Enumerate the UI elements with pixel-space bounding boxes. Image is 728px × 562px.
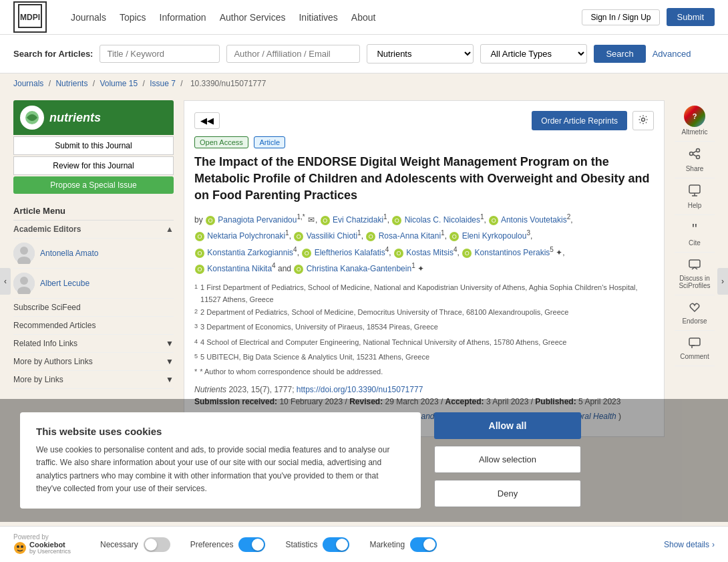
settings-button[interactable]	[632, 111, 654, 130]
orcid-icon-8: O	[449, 232, 459, 241]
author-link-8[interactable]: Eleni Kyrkopoulou	[462, 231, 527, 241]
search-journal-select[interactable]: Nutrients	[367, 44, 474, 63]
nav-journals[interactable]: Journals	[71, 12, 106, 23]
comment-button[interactable]: Comment	[675, 331, 715, 366]
advanced-search-link[interactable]: Advanced	[653, 49, 691, 59]
nav-author-services[interactable]: Author Services	[220, 12, 286, 23]
nav-initiatives[interactable]: Initiatives	[299, 12, 337, 23]
author-link-9[interactable]: Konstantia Zarkogiannis	[207, 248, 293, 257]
review-journal-button[interactable]: Review for this Journal	[13, 156, 174, 175]
affiliations: 1 1 First Department of Pediatrics, Scho…	[194, 282, 654, 378]
author-link-7[interactable]: Rosa-Anna Kitani	[379, 231, 441, 241]
author-link-6[interactable]: Vassiliki Chioti	[307, 231, 357, 241]
aff-text-star: * Author to whom correspondence should b…	[200, 366, 383, 378]
author-link-12[interactable]: Konstantinos Perakis	[475, 248, 550, 257]
help-button[interactable]: Help	[675, 178, 715, 215]
article-title: The Impact of the ENDORSE Digital Weight…	[194, 154, 654, 204]
search-title-input[interactable]	[100, 45, 220, 63]
editor-name-1[interactable]: Antonella Amato	[40, 249, 98, 258]
doi-line: Nutrients 2023, 15(7), 1777; https://doi…	[194, 385, 654, 394]
more-by-links[interactable]: More by Links ▼	[13, 371, 174, 389]
journal-logo	[20, 106, 44, 130]
more-by-authors-link[interactable]: More by Authors Links ▼	[13, 353, 174, 371]
avatar-antonella	[13, 243, 35, 264]
breadcrumb-sep3: /	[142, 79, 147, 88]
related-info-label: Related Info Links	[13, 339, 77, 348]
search-button[interactable]: Search	[594, 45, 645, 63]
more-by-links-chevron: ▼	[166, 375, 174, 384]
page-right-tab[interactable]: ›	[717, 268, 728, 295]
orcid-icon-13: O	[195, 265, 204, 274]
affiliation-3: 3 3 Department of Economics, University …	[194, 321, 654, 335]
affiliation-1: 1 1 First Department of Pediatrics, Scho…	[194, 282, 654, 305]
affiliation-2: 2 2 Department of Pediatrics, School of …	[194, 307, 654, 320]
search-author-input[interactable]	[226, 45, 360, 63]
propose-special-issue-button[interactable]: Propose a Special Issue	[13, 176, 174, 194]
editor-name-2[interactable]: Albert Lecube	[40, 279, 89, 288]
author-link-4[interactable]: Antonis Voutetakis	[501, 215, 567, 225]
toolbar-left: ◀◀	[194, 112, 220, 129]
svg-text:MDPI: MDPI	[20, 13, 40, 22]
svg-rect-19	[689, 260, 700, 267]
subscribe-scifeed-link[interactable]: Subscribe SciFeed	[13, 299, 174, 317]
nav-information[interactable]: Information	[160, 12, 206, 23]
author-link-2[interactable]: Evi Chatzidaki	[333, 215, 383, 225]
year: 2023	[228, 385, 246, 394]
author-link-11[interactable]: Kostas Mitsis	[406, 248, 453, 257]
gear-icon	[639, 115, 648, 124]
nav-right: Sign In / Sign Up Submit	[582, 8, 715, 26]
journal-name: nutrients	[49, 111, 101, 125]
academic-editors-section[interactable]: Academic Editors ▲	[13, 221, 174, 239]
author-link-1[interactable]: Panagiota Pervanidou	[218, 215, 297, 225]
nav-links: Journals Topics Information Author Servi…	[71, 12, 582, 23]
page-left-tab[interactable]: ‹	[0, 268, 11, 295]
breadcrumb-issue[interactable]: Issue 7	[150, 79, 176, 88]
submit-journal-button[interactable]: Submit to this Journal	[13, 136, 174, 155]
svg-point-12	[697, 156, 700, 159]
orcid-icon-9: O	[195, 249, 204, 258]
related-info-link[interactable]: Related Info Links ▼	[13, 335, 174, 353]
nav-about[interactable]: About	[351, 12, 376, 23]
collapse-button[interactable]: ◀◀	[194, 112, 220, 129]
share-icon	[688, 147, 701, 164]
cite-button[interactable]: " Cite	[675, 215, 715, 253]
main-container: nutrients Submit to this Journal Review …	[0, 94, 728, 444]
author-link-3[interactable]: Nicolas C. Nicolaides	[405, 215, 480, 225]
open-access-badge: Open Access	[194, 136, 248, 148]
orcid-icon-2: O	[321, 216, 330, 225]
article-toolbar: ◀◀ Order Article Reprints	[194, 111, 654, 130]
journal-ref: Nutrients	[194, 385, 226, 394]
breadcrumb-nutrients[interactable]: Nutrients	[55, 79, 87, 88]
submit-button[interactable]: Submit	[667, 8, 715, 26]
altmetric-button[interactable]: ? Altmetric	[675, 100, 715, 142]
nav-topics[interactable]: Topics	[120, 12, 146, 23]
breadcrumb-volume[interactable]: Volume 15	[100, 79, 138, 88]
aff-num-5: 5	[194, 352, 198, 365]
svg-point-11	[697, 149, 700, 152]
email-icon-1: ✉	[308, 213, 315, 228]
reprint-button[interactable]: Order Article Reprints	[532, 111, 627, 130]
endorse-icon	[688, 301, 701, 316]
comment-icon	[688, 336, 701, 352]
author-link-10[interactable]: Eleftherios Kalafatis	[315, 248, 385, 257]
discuss-button[interactable]: Discuss in SciProfiles	[675, 253, 715, 295]
doi-link[interactable]: https://doi.org/10.3390/nu15071777	[297, 385, 423, 394]
article-menu: Article Menu Academic Editors ▲ Antonell…	[13, 202, 174, 389]
share-button[interactable]: Share	[675, 142, 715, 178]
cookie-title: This website uses cookies	[36, 426, 405, 437]
search-article-type-select[interactable]: All Article Types	[480, 44, 587, 63]
allow-all-button[interactable]: Allow all	[434, 412, 581, 439]
author-link-14[interactable]: Christina Kanaka-Gantenbein	[307, 264, 411, 273]
author-link-13[interactable]: Konstantina Nikita	[207, 264, 272, 273]
svg-rect-20	[689, 338, 700, 345]
recommended-articles-link[interactable]: Recommended Articles	[13, 317, 174, 335]
endorse-button[interactable]: Endorse	[675, 295, 715, 331]
breadcrumb-journals[interactable]: Journals	[13, 79, 43, 88]
author-link-5[interactable]: Nektaria Polychronaki	[207, 231, 285, 241]
sign-in-button[interactable]: Sign In / Sign Up	[582, 9, 659, 25]
breadcrumb-sep1: /	[49, 79, 53, 88]
orcid-icon-6: O	[294, 232, 303, 241]
article-badges: Open Access Article	[194, 137, 654, 147]
altmetric-label: Altmetric	[682, 128, 708, 136]
svg-point-13	[690, 152, 693, 156]
